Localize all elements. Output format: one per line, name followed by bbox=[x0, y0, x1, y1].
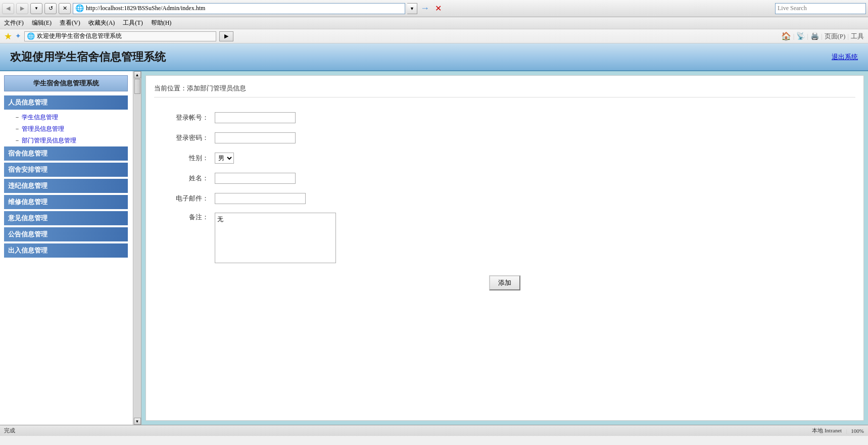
sidebar-item-dorm-arrange[interactable]: 宿舍安排管理 bbox=[4, 163, 128, 177]
login-account-row: 登录帐号： bbox=[154, 108, 855, 128]
gender-label: 性别： bbox=[154, 148, 215, 168]
menu-view[interactable]: 查看(V) bbox=[60, 19, 80, 27]
favorites-address-input[interactable] bbox=[37, 32, 214, 40]
menu-help[interactable]: 帮助(H) bbox=[151, 19, 172, 27]
print-icon[interactable]: 🖨️ bbox=[810, 32, 819, 40]
back-button[interactable]: ◀ bbox=[2, 3, 14, 14]
favorites-bar: ★ ✦ 🌐 ▶ 🏠 | 📡 | 🖨️ | 页面(P) | 工具 bbox=[0, 29, 868, 43]
email-row: 电子邮件： bbox=[154, 188, 855, 209]
login-password-input[interactable] bbox=[215, 132, 296, 143]
sidebar-item-student[interactable]: － 学生信息管理 bbox=[4, 112, 128, 123]
menu-tools[interactable]: 工具(T) bbox=[123, 19, 142, 27]
tools-icon[interactable]: 工具 bbox=[851, 32, 864, 41]
favorites-star[interactable]: ★ bbox=[4, 31, 12, 42]
sidebar: 学生宿舍信息管理系统 人员信息管理 － 学生信息管理 － 管理员信息管理 bbox=[0, 71, 141, 425]
zone-text: 本地 Intranet bbox=[812, 427, 842, 434]
gender-select[interactable]: 男 女 bbox=[215, 153, 234, 164]
sidebar-inner: 学生宿舍信息管理系统 人员信息管理 － 学生信息管理 － 管理员信息管理 bbox=[4, 75, 137, 258]
note-label: 备注： bbox=[154, 209, 215, 265]
email-field bbox=[215, 188, 855, 209]
sidebar-title: 学生宿舍信息管理系统 bbox=[4, 75, 128, 91]
menu-favorites[interactable]: 收藏夹(A) bbox=[88, 19, 115, 27]
status-bar: 完成 本地 Intranet | 100% bbox=[0, 425, 868, 436]
sidebar-item-maintenance[interactable]: 维修信息管理 bbox=[4, 195, 128, 209]
scroll-up-button[interactable]: ▲ bbox=[134, 71, 141, 78]
login-password-row: 登录密码： bbox=[154, 128, 855, 148]
sidebar-scrollbar: ▲ ▼ bbox=[133, 71, 141, 425]
login-account-field bbox=[215, 108, 855, 128]
forward-button[interactable]: ▶ bbox=[16, 3, 28, 14]
email-input[interactable] bbox=[215, 193, 306, 204]
scroll-thumb[interactable] bbox=[134, 79, 140, 94]
name-row: 姓名： bbox=[154, 168, 855, 188]
login-password-field bbox=[215, 128, 855, 148]
logout-link[interactable]: 退出系统 bbox=[832, 53, 858, 62]
toolbar-icons: 🏠 | 📡 | 🖨️ | 页面(P) | 工具 bbox=[781, 31, 864, 41]
submit-button[interactable]: 添加 bbox=[489, 275, 520, 290]
refresh-button[interactable]: ↺ bbox=[44, 3, 57, 14]
sidebar-item-announcement[interactable]: 公告信息管理 bbox=[4, 227, 128, 241]
scroll-track bbox=[134, 78, 141, 418]
sidebar-item-feedback[interactable]: 意见信息管理 bbox=[4, 211, 128, 225]
sidebar-item-dept-admin[interactable]: － 部门管理员信息管理 bbox=[4, 135, 128, 146]
address-bar: 🌐 bbox=[73, 3, 405, 14]
home-icon[interactable]: 🏠 bbox=[781, 31, 791, 41]
note-textarea[interactable]: 无 bbox=[215, 213, 336, 263]
sidebar-item-personnel[interactable]: 人员信息管理 bbox=[4, 95, 128, 110]
name-field bbox=[215, 168, 855, 188]
browser-window: ◀ ▶ ▼ ↺ ✕ 🌐 ▼ → ✕ Live Search 文件(F) 编辑(E… bbox=[0, 0, 868, 445]
login-password-label: 登录密码： bbox=[154, 128, 215, 148]
favorites-add[interactable]: ✦ bbox=[15, 32, 21, 40]
sidebar-item-access[interactable]: 出入信息管理 bbox=[4, 243, 128, 258]
page-icon[interactable]: 页面(P) bbox=[825, 32, 846, 41]
favorites-go-btn[interactable]: ▶ bbox=[219, 31, 233, 41]
stop-icon-button[interactable]: ✕ bbox=[432, 3, 444, 14]
nav-bar: ◀ ▶ ▼ ↺ ✕ 🌐 ▼ → ✕ Live Search bbox=[0, 0, 868, 17]
menu-edit[interactable]: 编辑(E) bbox=[32, 19, 52, 27]
sidebar-item-violation[interactable]: 违纪信息管理 bbox=[4, 179, 128, 193]
sidebar-item-admin[interactable]: － 管理员信息管理 bbox=[4, 123, 128, 135]
stop-button[interactable]: ✕ bbox=[59, 3, 71, 14]
address-go-button[interactable]: ▼ bbox=[407, 3, 417, 14]
location-text: 当前位置：添加部门管理员信息 bbox=[154, 84, 246, 92]
name-label: 姓名： bbox=[154, 168, 215, 188]
menu-file[interactable]: 文件(F) bbox=[4, 19, 24, 27]
status-text: 完成 bbox=[4, 427, 15, 434]
gender-field: 男 女 bbox=[215, 148, 855, 168]
header-title: 欢迎使用学生宿舍信息管理系统 bbox=[10, 50, 166, 65]
feed-icon[interactable]: 📡 bbox=[796, 32, 805, 40]
login-account-label: 登录帐号： bbox=[154, 108, 215, 128]
address-input[interactable] bbox=[86, 5, 403, 12]
name-input[interactable] bbox=[215, 173, 296, 184]
content-area: 学生宿舍信息管理系统 人员信息管理 － 学生信息管理 － 管理员信息管理 bbox=[0, 71, 868, 425]
submit-row: 添加 bbox=[154, 275, 855, 290]
dropdown-button[interactable]: ▼ bbox=[30, 3, 42, 14]
live-search-box: Live Search bbox=[775, 3, 866, 14]
gender-row: 性别： 男 女 bbox=[154, 148, 855, 168]
live-search-input[interactable] bbox=[778, 5, 863, 12]
add-form: 登录帐号： 登录密码： 性别： bbox=[154, 108, 855, 265]
sidebar-subitems-personnel: － 学生信息管理 － 管理员信息管理 － 部门管理员信息管理 bbox=[4, 112, 128, 146]
email-label: 电子邮件： bbox=[154, 188, 215, 209]
scroll-down-button[interactable]: ▼ bbox=[134, 418, 141, 425]
note-row: 备注： 无 bbox=[154, 209, 855, 265]
login-account-input[interactable] bbox=[215, 112, 296, 123]
menu-bar: 文件(F) 编辑(E) 查看(V) 收藏夹(A) 工具(T) 帮助(H) bbox=[0, 17, 868, 29]
sidebar-item-dorm-info[interactable]: 宿舍信息管理 bbox=[4, 146, 128, 161]
zoom-text: 100% bbox=[851, 428, 864, 434]
note-field: 无 bbox=[215, 209, 855, 265]
header-bar: 欢迎使用学生宿舍信息管理系统 退出系统 bbox=[0, 43, 868, 71]
page-wrapper: 欢迎使用学生宿舍信息管理系统 退出系统 学生宿舍信息管理系统 人员信息管理 － … bbox=[0, 43, 868, 425]
main-content: 当前位置：添加部门管理员信息 登录帐号： 登录密码： bbox=[146, 75, 864, 421]
navigate-button[interactable]: → bbox=[419, 3, 430, 14]
location-bar: 当前位置：添加部门管理员信息 bbox=[154, 84, 855, 97]
